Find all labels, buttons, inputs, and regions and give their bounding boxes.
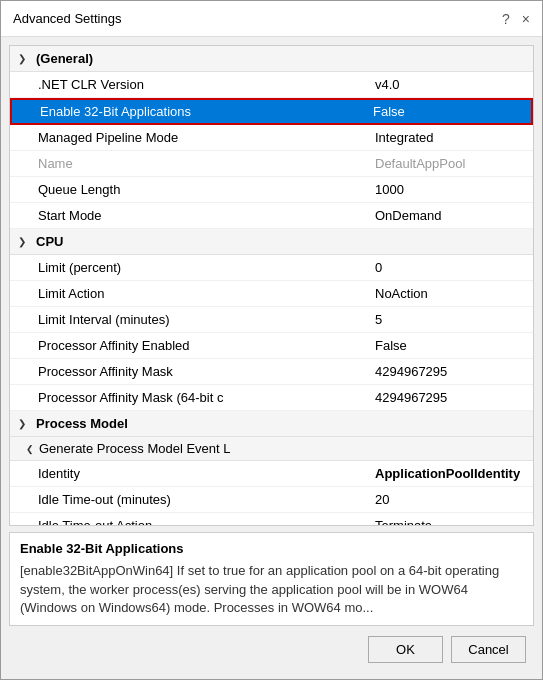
row-start-mode[interactable]: Start Mode OnDemand (10, 203, 533, 229)
setting-value: 1000 (375, 182, 525, 197)
section-header-cpu[interactable]: ❯ CPU (10, 229, 533, 255)
setting-name: Enable 32-Bit Applications (40, 104, 373, 119)
setting-name: .NET CLR Version (38, 77, 375, 92)
setting-name: Limit Action (38, 286, 375, 301)
expand-arrow-icon: ❮ (26, 444, 34, 454)
setting-value: 4294967295 (375, 364, 525, 379)
setting-value: 0 (375, 260, 525, 275)
section-header-process-model[interactable]: ❯ Process Model (10, 411, 533, 437)
setting-name: Identity (38, 466, 375, 481)
setting-name: Name (38, 156, 375, 171)
setting-name: Generate Process Model Event L (39, 441, 525, 456)
help-button[interactable]: ? (502, 12, 510, 26)
setting-value: DefaultAppPool (375, 156, 525, 171)
row-managed-pipeline[interactable]: Managed Pipeline Mode Integrated (10, 125, 533, 151)
setting-name: Idle Time-out Action (38, 518, 375, 526)
description-title: Enable 32-Bit Applications (20, 541, 523, 556)
setting-name: Start Mode (38, 208, 375, 223)
setting-value: OnDemand (375, 208, 525, 223)
setting-value: False (373, 104, 523, 119)
setting-value: False (375, 338, 525, 353)
chevron-cpu-icon: ❯ (18, 236, 30, 247)
button-row: OK Cancel (9, 626, 534, 671)
cancel-button[interactable]: Cancel (451, 636, 526, 663)
setting-value: 5 (375, 312, 525, 327)
advanced-settings-dialog: Advanced Settings ? × ❯ (General) .NET C… (0, 0, 543, 680)
row-net-clr-version[interactable]: .NET CLR Version v4.0 (10, 72, 533, 98)
title-bar-controls: ? × (502, 12, 530, 26)
row-limit-action[interactable]: Limit Action NoAction (10, 281, 533, 307)
section-title-process-model: Process Model (36, 416, 128, 431)
title-bar: Advanced Settings ? × (1, 1, 542, 37)
section-header-general[interactable]: ❯ (General) (10, 46, 533, 72)
dialog-title: Advanced Settings (13, 11, 121, 26)
setting-name: Limit (percent) (38, 260, 375, 275)
chevron-process-model-icon: ❯ (18, 418, 30, 429)
section-title-general: (General) (36, 51, 93, 66)
setting-value: Terminate (375, 518, 525, 526)
setting-name: Processor Affinity Mask (64-bit c (38, 390, 375, 405)
close-button[interactable]: × (522, 12, 530, 26)
setting-value: 20 (375, 492, 525, 507)
setting-name: Idle Time-out (minutes) (38, 492, 375, 507)
setting-value: ApplicationPoolIdentity (375, 466, 525, 481)
row-idle-timeout-action[interactable]: Idle Time-out Action Terminate (10, 513, 533, 526)
setting-name: Queue Length (38, 182, 375, 197)
row-queue-length[interactable]: Queue Length 1000 (10, 177, 533, 203)
setting-value: Integrated (375, 130, 525, 145)
content-area: ❯ (General) .NET CLR Version v4.0 Enable… (1, 37, 542, 679)
settings-list-container[interactable]: ❯ (General) .NET CLR Version v4.0 Enable… (9, 45, 534, 526)
row-identity[interactable]: Identity ApplicationPoolIdentity (10, 461, 533, 487)
row-name[interactable]: Name DefaultAppPool (10, 151, 533, 177)
description-text: [enable32BitAppOnWin64] If set to true f… (20, 562, 523, 617)
row-processor-affinity-mask[interactable]: Processor Affinity Mask 4294967295 (10, 359, 533, 385)
description-box: Enable 32-Bit Applications [enable32BitA… (9, 532, 534, 626)
setting-name: Limit Interval (minutes) (38, 312, 375, 327)
row-processor-affinity-enabled[interactable]: Processor Affinity Enabled False (10, 333, 533, 359)
row-enable-32bit[interactable]: Enable 32-Bit Applications False (10, 98, 533, 125)
row-limit-percent[interactable]: Limit (percent) 0 (10, 255, 533, 281)
setting-value: v4.0 (375, 77, 525, 92)
setting-name: Processor Affinity Enabled (38, 338, 375, 353)
row-idle-timeout[interactable]: Idle Time-out (minutes) 20 (10, 487, 533, 513)
row-generate-process-model[interactable]: ❮ Generate Process Model Event L (10, 437, 533, 461)
section-title-cpu: CPU (36, 234, 63, 249)
settings-list: ❯ (General) .NET CLR Version v4.0 Enable… (10, 46, 533, 526)
setting-name: Managed Pipeline Mode (38, 130, 375, 145)
ok-button[interactable]: OK (368, 636, 443, 663)
row-limit-interval[interactable]: Limit Interval (minutes) 5 (10, 307, 533, 333)
chevron-general-icon: ❯ (18, 53, 30, 64)
setting-value: NoAction (375, 286, 525, 301)
setting-name: Processor Affinity Mask (38, 364, 375, 379)
setting-value: 4294967295 (375, 390, 525, 405)
row-processor-affinity-mask-64[interactable]: Processor Affinity Mask (64-bit c 429496… (10, 385, 533, 411)
